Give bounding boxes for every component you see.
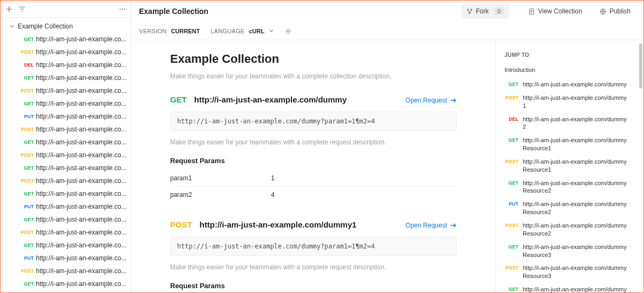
- toc-item[interactable]: POSThttp://i-am-just-an-example.com/dumm…: [504, 158, 628, 174]
- request-label: http://i-am-just-an-example.co...: [36, 241, 128, 249]
- toc-item[interactable]: GEThttp://i-am-just-an-example.com/dummy…: [504, 285, 628, 292]
- sidebar-request-item[interactable]: GEThttp://i-am-just-an-example.co...: [1, 187, 131, 200]
- sidebar-tree: Example Collection GEThttp://i-am-just-a…: [1, 18, 131, 292]
- open-request-link[interactable]: Open Request: [406, 97, 457, 104]
- language-selector[interactable]: LANGUAGE cURL: [210, 28, 273, 34]
- method-badge: POST: [20, 178, 34, 184]
- sidebar-request-item[interactable]: GEThttp://i-am-just-an-example.co...: [1, 213, 131, 226]
- sidebar-request-item[interactable]: POSThttp://i-am-just-an-example.co...: [1, 123, 131, 136]
- sidebar-request-item[interactable]: GEThttp://i-am-just-an-example.co...: [1, 162, 131, 174]
- endpoint-method: GET: [170, 95, 187, 104]
- request-label: http://i-am-just-an-example.co...: [36, 87, 128, 94]
- endpoint-url: http://i-am-just-an-example.com/dummy: [194, 95, 398, 104]
- toc-item-label: http://i-am-just-an-example.com/dummyRes…: [523, 136, 628, 152]
- url-box[interactable]: http://i-am-just-an-example.com/dummy?pa…: [170, 237, 457, 256]
- publish-button[interactable]: Publish: [594, 4, 636, 19]
- toc-item[interactable]: POSThttp://i-am-just-an-example.com/dumm…: [504, 264, 628, 280]
- request-label: http://i-am-just-an-example.co...: [36, 61, 128, 69]
- more-options-icon[interactable]: [116, 3, 129, 16]
- filter-icon[interactable]: [16, 3, 28, 16]
- sidebar-request-item[interactable]: POSThttp://i-am-just-an-example.co...: [1, 46, 131, 58]
- param-key: param2: [170, 191, 271, 199]
- toc-item[interactable]: POSThttp://i-am-just-an-example.com/dumm…: [504, 94, 628, 110]
- version-selector[interactable]: VERSION CURRENT: [139, 28, 200, 34]
- toc-item-label: http://i-am-just-an-example.com/dummyRes…: [523, 222, 628, 238]
- sidebar-request-item[interactable]: GEThttp://i-am-just-an-example.co...: [1, 71, 131, 84]
- toc-item[interactable]: POSThttp://i-am-just-an-example.com/dumm…: [504, 222, 628, 238]
- method-badge: GET: [20, 191, 34, 196]
- method-badge: POST: [504, 158, 518, 174]
- request-label: http://i-am-just-an-example.co...: [36, 126, 128, 133]
- sidebar-request-item[interactable]: POSThttp://i-am-just-an-example.co...: [1, 174, 131, 187]
- sidebar-request-item[interactable]: PUThttp://i-am-just-an-example.co...: [1, 200, 131, 213]
- settings-button[interactable]: [284, 27, 292, 35]
- doc-header-title: Example Collection: [139, 7, 455, 16]
- method-badge: POST: [20, 230, 34, 235]
- svg-point-5: [469, 12, 470, 14]
- toc-item[interactable]: GEThttp://i-am-just-an-example.com/dummy…: [504, 179, 628, 195]
- view-collection-button[interactable]: View Collection: [523, 4, 588, 19]
- new-icon[interactable]: [3, 3, 16, 16]
- endpoint-url: http://i-am-just-an-example.com/dummy1: [200, 220, 398, 229]
- request-label: http://i-am-just-an-example.co...: [36, 203, 128, 210]
- toc-item[interactable]: GEThttp://i-am-just-an-example.com/dummy…: [504, 243, 628, 259]
- sidebar-request-item[interactable]: DELhttp://i-am-just-an-example.co...: [1, 58, 131, 71]
- toc-item[interactable]: PUThttp://i-am-just-an-example.com/dummy…: [504, 200, 628, 216]
- sidebar-request-item[interactable]: POSThttp://i-am-just-an-example.co...: [1, 84, 131, 97]
- divider: [516, 6, 516, 17]
- method-badge: PUT: [20, 114, 34, 119]
- sidebar-request-item[interactable]: GEThttp://i-am-just-an-example.co...: [1, 33, 131, 46]
- doc-content[interactable]: Example Collection Make things easier fo…: [131, 40, 495, 292]
- sidebar-request-item[interactable]: GEThttp://i-am-just-an-example.co...: [1, 277, 131, 290]
- doc-header: Example Collection Fork 0 View Collectio…: [131, 1, 643, 22]
- doc-title: Example Collection: [170, 52, 457, 66]
- toc-item-label: http://i-am-just-an-example.com/dummyRes…: [523, 243, 628, 259]
- toc-item-label: http://i-am-just-an-example.com/dummyRes…: [523, 200, 628, 216]
- param-row: param11: [170, 170, 457, 187]
- toc-item[interactable]: GEThttp://i-am-just-an-example.com/dummy…: [504, 136, 628, 152]
- collection-name: Example Collection: [18, 23, 128, 30]
- sidebar-request-item[interactable]: GEThttp://i-am-just-an-example.co...: [1, 136, 131, 149]
- gear-icon: [284, 27, 292, 35]
- chevron-down-icon: [269, 28, 274, 33]
- sidebar-request-item[interactable]: GEThttp://i-am-just-an-example.co...: [1, 239, 131, 252]
- endpoint-method: POST: [170, 220, 192, 229]
- scrollbar[interactable]: [637, 40, 643, 292]
- params-title: Request Params: [170, 282, 457, 290]
- fork-button[interactable]: Fork 0: [461, 4, 509, 19]
- method-badge: POST: [20, 49, 34, 55]
- toc-introduction[interactable]: Introduction: [504, 67, 628, 73]
- sidebar-request-item[interactable]: POSThttp://i-am-just-an-example.co...: [1, 265, 131, 277]
- request-description-placeholder[interactable]: Make things easier for your teammates wi…: [170, 263, 457, 271]
- sidebar-request-item[interactable]: PUThttp://i-am-just-an-example.co...: [1, 252, 131, 265]
- endpoint-header: POST http://i-am-just-an-example.com/dum…: [170, 220, 457, 229]
- toc-item-label: http://i-am-just-an-example.com/dummyRes…: [523, 285, 628, 292]
- toc-item[interactable]: GEThttp://i-am-just-an-example.com/dummy: [504, 80, 628, 89]
- open-request-link[interactable]: Open Request: [406, 222, 457, 229]
- param-value: 4: [271, 191, 275, 199]
- request-label: http://i-am-just-an-example.co...: [36, 280, 128, 288]
- fork-count: 0: [494, 8, 504, 15]
- toc-item[interactable]: DELhttp://i-am-just-an-example.com/dummy…: [504, 115, 628, 131]
- toc-item-label: http://i-am-just-an-example.com/dummyRes…: [523, 264, 628, 280]
- sidebar-request-item[interactable]: GEThttp://i-am-just-an-example.co...: [1, 97, 131, 110]
- request-label: http://i-am-just-an-example.co...: [36, 151, 128, 159]
- method-badge: GET: [504, 180, 518, 195]
- sidebar-request-item[interactable]: PUThttp://i-am-just-an-example.co...: [1, 110, 131, 123]
- request-label: http://i-am-just-an-example.co...: [36, 113, 128, 120]
- param-row: param24: [170, 187, 457, 203]
- request-label: http://i-am-just-an-example.co...: [36, 74, 128, 82]
- request-label: http://i-am-just-an-example.co...: [36, 254, 128, 262]
- url-box[interactable]: http://i-am-just-an-example.com/dummy?pa…: [170, 112, 457, 131]
- sidebar-request-item[interactable]: POSThttp://i-am-just-an-example.co...: [1, 226, 131, 239]
- scrollbar-thumb[interactable]: [639, 43, 642, 89]
- method-badge: DEL: [504, 116, 518, 131]
- svg-point-1: [122, 9, 123, 10]
- endpoint-block: POST http://i-am-just-an-example.com/dum…: [170, 220, 457, 292]
- collection-row[interactable]: Example Collection: [1, 20, 131, 33]
- sidebar-request-item[interactable]: POSThttp://i-am-just-an-example.co...: [1, 149, 131, 162]
- main-panel: Example Collection Fork 0 View Collectio…: [131, 1, 643, 292]
- collection-description-placeholder[interactable]: Make things easier for your teammates wi…: [170, 72, 457, 80]
- method-badge: POST: [20, 268, 34, 274]
- request-description-placeholder[interactable]: Make things easier for your teammates wi…: [170, 138, 457, 146]
